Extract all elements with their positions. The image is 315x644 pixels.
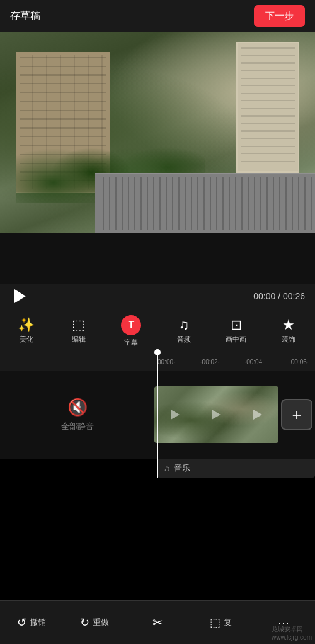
- caption-t-letter: T: [128, 319, 134, 331]
- clip-arrows: [154, 386, 278, 443]
- mute-icon: 🔇: [67, 398, 88, 417]
- playback-bar: 00:00 / 00:26: [0, 284, 315, 309]
- undo-icon: ↺: [17, 616, 26, 630]
- decor-label: 装饰: [282, 335, 295, 344]
- audio-label: 音频: [177, 335, 191, 344]
- editing-toolbar: ✨ 美化 ⬚ 编辑 T 字幕 ♫ 音频 ⊡ 画中画 ★ 装饰: [0, 309, 315, 353]
- play-button[interactable]: [10, 286, 30, 306]
- ground-structure: [94, 173, 315, 233]
- header-bar: 存草稿 下一步: [0, 0, 315, 32]
- clip-arrow-3: [253, 410, 262, 420]
- caption-label: 字幕: [124, 338, 138, 347]
- add-clip-button[interactable]: +: [281, 399, 312, 430]
- music-note-icon: ♫: [164, 464, 170, 473]
- edit-icon: ⬚: [72, 318, 85, 332]
- video-clip-strip[interactable]: [154, 386, 278, 443]
- tool-edit[interactable]: ⬚ 编辑: [60, 318, 98, 344]
- edit-label: 编辑: [72, 335, 86, 344]
- total-time: 00:26: [283, 291, 305, 301]
- add-icon: +: [292, 405, 301, 425]
- tool-pip[interactable]: ⊡ 画中画: [217, 318, 255, 344]
- redo-button[interactable]: ↻ 重做: [69, 616, 120, 630]
- bottom-toolbar: ↺ 撤销 ↻ 重做 ✂ ⬚ 复 ⋯: [0, 600, 315, 644]
- tool-decor[interactable]: ★ 装饰: [270, 318, 307, 344]
- music-bar[interactable]: ♫ 音乐: [158, 459, 315, 478]
- clip-frame: [154, 386, 278, 443]
- save-draft-label: 存草稿: [10, 9, 40, 23]
- pip-label: 画中画: [226, 335, 246, 344]
- caption-icon-circle: T: [121, 315, 141, 335]
- play-icon: [14, 289, 26, 303]
- undo-inner: ↺ 撤销: [17, 616, 46, 630]
- playhead: [157, 353, 158, 478]
- time-display: 00:00 / 00:26: [253, 291, 305, 301]
- tool-audio[interactable]: ♫ 音频: [165, 318, 203, 344]
- tool-beauty[interactable]: ✨ 美化: [8, 318, 45, 344]
- ruler-mark-2: ·00:04·: [244, 359, 264, 365]
- video-preview: [0, 32, 315, 233]
- music-label: 音乐: [174, 463, 190, 474]
- clip-arrow-2: [212, 410, 220, 420]
- undo-button[interactable]: ↺ 撤销: [6, 616, 57, 630]
- beauty-label: 美化: [20, 335, 33, 344]
- copy-inner: ⬚ 复: [210, 616, 232, 630]
- decor-icon: ★: [282, 318, 295, 332]
- pip-icon: ⊡: [231, 318, 242, 332]
- video-frame: [0, 32, 315, 233]
- ruler-mark-3: ·00:06·: [289, 359, 309, 365]
- copy-button[interactable]: ⬚ 复: [195, 616, 246, 630]
- time-separator: /: [278, 291, 280, 301]
- audio-icon: ♫: [178, 318, 189, 332]
- watermark: 龙城安卓网www.lcjrg.com: [272, 625, 312, 641]
- next-step-button[interactable]: 下一步: [254, 5, 305, 27]
- tool-caption[interactable]: T 字幕: [112, 315, 150, 347]
- scissors-icon: ✂: [152, 615, 163, 630]
- mute-section[interactable]: 🔇 全部静音: [0, 371, 154, 459]
- copy-label: 复: [224, 617, 232, 628]
- current-time: 00:00: [253, 291, 275, 301]
- dark-gap: [0, 233, 315, 284]
- redo-inner: ↻ 重做: [80, 616, 109, 630]
- clip-arrow-1: [171, 410, 180, 420]
- ruler-mark-1: ·00:02·: [200, 359, 220, 365]
- ruler-mark-0: 00:00·: [158, 359, 175, 365]
- redo-icon: ↻: [80, 616, 89, 630]
- undo-label: 撤销: [30, 617, 46, 628]
- redo-label: 重做: [93, 617, 109, 628]
- beauty-icon: ✨: [18, 318, 35, 332]
- copy-icon: ⬚: [210, 616, 220, 630]
- mute-label: 全部静音: [61, 421, 94, 432]
- cut-button[interactable]: ✂: [132, 615, 183, 630]
- building-right: [236, 42, 299, 173]
